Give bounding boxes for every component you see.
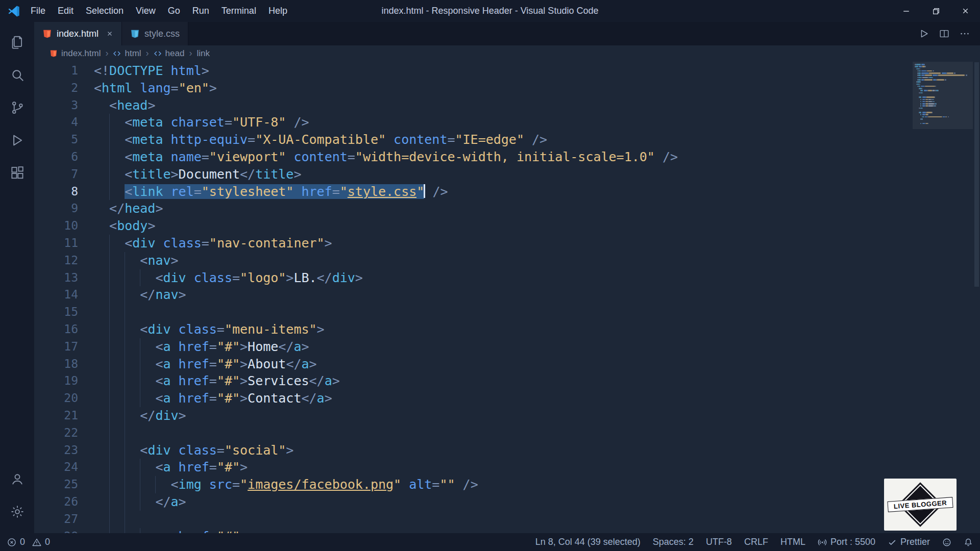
- vscode-window: FileEditSelectionViewGoRunTerminalHelp i…: [0, 0, 980, 551]
- menu-view[interactable]: View: [130, 3, 162, 19]
- activity-run-debug[interactable]: [0, 125, 34, 158]
- indent-guide: [109, 459, 110, 476]
- menu-help[interactable]: Help: [262, 3, 293, 19]
- tab-style.css[interactable]: style.css: [122, 22, 188, 45]
- code-line[interactable]: </a>: [94, 493, 186, 511]
- activity-search[interactable]: [0, 60, 34, 92]
- menu-run[interactable]: Run: [186, 3, 215, 19]
- code-line[interactable]: <div class="logo">LB.</div>: [94, 269, 363, 287]
- indent-guide: [140, 459, 140, 476]
- code-line[interactable]: <!DOCTYPE html>: [94, 62, 209, 80]
- minimap-line: [915, 74, 971, 76]
- minimap[interactable]: [915, 64, 971, 125]
- code-line[interactable]: </div>: [94, 407, 186, 424]
- tab-index.html[interactable]: index.html: [34, 22, 122, 45]
- code-line[interactable]: <div class="nav-container">: [94, 235, 332, 252]
- indent-guide: [125, 459, 125, 476]
- code-line[interactable]: <a href="#">Services</a>: [94, 372, 340, 390]
- activity-explorer[interactable]: [0, 27, 34, 60]
- code-row: 21 </div>: [34, 407, 980, 424]
- indent-guide: [125, 511, 125, 528]
- breadcrumb-html[interactable]: html: [113, 48, 141, 59]
- breadcrumb-index.html[interactable]: index.html: [50, 48, 101, 59]
- status-problems-warnings-text: 0: [45, 537, 50, 547]
- activity-settings[interactable]: [0, 496, 34, 529]
- menu-selection[interactable]: Selection: [80, 3, 130, 19]
- code-line[interactable]: <html lang="en">: [94, 80, 217, 97]
- breadcrumb-link[interactable]: link: [197, 48, 210, 59]
- status-feedback[interactable]: [942, 538, 951, 547]
- extensions-icon: [10, 165, 25, 183]
- line-number: 13: [34, 269, 94, 287]
- breadcrumb-label: link: [197, 48, 210, 59]
- indent-guide: [109, 372, 110, 390]
- status-indentation[interactable]: Spaces: 2: [653, 537, 694, 547]
- code-row: 1<!DOCTYPE html>: [34, 62, 980, 80]
- line-number: 15: [34, 304, 94, 321]
- code-line[interactable]: <meta name="viewport" content="width=dev…: [94, 148, 678, 166]
- menu-file[interactable]: File: [24, 3, 52, 19]
- code-line[interactable]: <nav>: [94, 252, 179, 269]
- code-row: 15: [34, 304, 980, 321]
- code-row: 11 <div class="nav-container">: [34, 235, 980, 252]
- status-prettier[interactable]: Prettier: [888, 537, 930, 547]
- status-language-mode[interactable]: HTML: [780, 537, 805, 547]
- split-editor-button[interactable]: [936, 26, 952, 42]
- line-number: 28: [34, 528, 94, 533]
- code-area[interactable]: 1<!DOCTYPE html>2<html lang="en">3 <head…: [34, 61, 980, 533]
- menu-terminal[interactable]: Terminal: [215, 3, 262, 19]
- scrollbar-thumb[interactable]: [974, 62, 979, 287]
- code-line[interactable]: <img src="images/facebook.png" alt="" />: [94, 476, 478, 493]
- indent-guide: [109, 390, 110, 407]
- close-button[interactable]: [950, 0, 980, 22]
- code-line[interactable]: <head>: [94, 97, 155, 114]
- breadcrumb-separator: ›: [146, 48, 149, 59]
- code-line[interactable]: <meta http-equiv="X-UA-Compatible" conte…: [94, 131, 547, 148]
- code-row: 24 <a href="#">: [34, 459, 980, 476]
- line-number: 1: [34, 62, 94, 80]
- maximize-button[interactable]: [921, 0, 950, 22]
- code-line[interactable]: </head>: [94, 200, 163, 217]
- element-icon: [154, 49, 162, 58]
- code-line[interactable]: <a href="#">About</a>: [94, 356, 317, 373]
- editor-actions: [916, 22, 980, 45]
- code-row: 27: [34, 511, 980, 528]
- status-problems-errors[interactable]: 0: [7, 537, 25, 547]
- code-line[interactable]: <a href="#">Contact</a>: [94, 390, 332, 407]
- more-actions-button[interactable]: [957, 26, 973, 42]
- code-row: 23 <div class="social">: [34, 442, 980, 459]
- code-line[interactable]: <a href="#">: [94, 528, 248, 533]
- indent-guide: [125, 424, 125, 442]
- status-live-server-port[interactable]: Port : 5500: [818, 537, 875, 547]
- menu-go[interactable]: Go: [162, 3, 186, 19]
- indent-guide: [125, 442, 125, 459]
- minimize-button[interactable]: [891, 0, 921, 22]
- code-line[interactable]: <div class="social">: [94, 442, 293, 459]
- activity-account[interactable]: [0, 464, 34, 496]
- status-notifications[interactable]: [964, 538, 973, 547]
- code-line[interactable]: </nav>: [94, 286, 186, 304]
- menu-edit[interactable]: Edit: [52, 3, 80, 19]
- code-line[interactable]: <a href="#">Home</a>: [94, 338, 309, 356]
- code-line[interactable]: <a href="#">: [94, 459, 248, 476]
- feedback-icon: [942, 538, 951, 547]
- code-line[interactable]: <link rel="stylesheet" href="style.css" …: [94, 183, 448, 201]
- tab-bar: index.htmlstyle.css: [34, 22, 980, 45]
- status-eol[interactable]: CRLF: [744, 537, 768, 547]
- close-tab-icon[interactable]: [106, 30, 113, 37]
- code-line[interactable]: <title>Document</title>: [94, 166, 301, 183]
- code-line[interactable]: <meta charset="UTF-8" />: [94, 114, 309, 131]
- activity-extensions[interactable]: [0, 158, 34, 190]
- code-line[interactable]: <body>: [94, 217, 155, 235]
- run-button[interactable]: [916, 26, 932, 42]
- status-cursor-position[interactable]: Ln 8, Col 44 (39 selected): [535, 537, 641, 547]
- line-number: 18: [34, 356, 94, 373]
- code-row: 7 <title>Document</title>: [34, 166, 980, 183]
- code-line[interactable]: <div class="menu-items">: [94, 321, 325, 338]
- breadcrumb-head[interactable]: head: [154, 48, 185, 59]
- activity-source-control[interactable]: [0, 92, 34, 125]
- indent-guide: [125, 286, 125, 304]
- code-row: 10 <body>: [34, 217, 980, 235]
- status-problems-warnings[interactable]: 0: [32, 537, 50, 547]
- status-encoding[interactable]: UTF-8: [706, 537, 732, 547]
